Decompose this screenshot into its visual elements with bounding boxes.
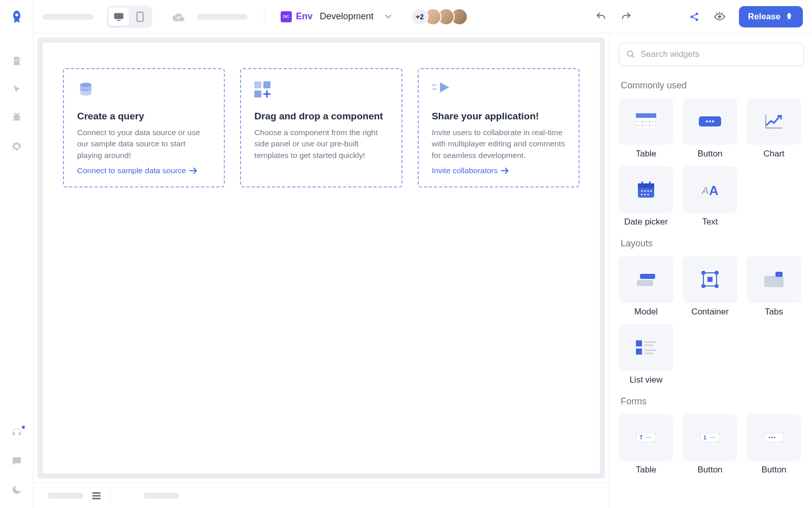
bug-icon[interactable] (10, 111, 24, 125)
widget-form-table[interactable]: T Table (619, 414, 673, 475)
moon-icon[interactable] (10, 483, 24, 497)
mobile-view-button[interactable] (130, 8, 150, 26)
left-rail (0, 0, 33, 508)
svg-rect-25 (638, 183, 654, 188)
svg-point-0 (15, 14, 18, 17)
release-button[interactable]: Release (739, 6, 803, 27)
onboarding-card-component: Drag and drop a component Choose a compo… (240, 68, 402, 187)
divider (110, 490, 110, 501)
svg-point-33 (644, 194, 646, 195)
svg-point-31 (650, 190, 652, 192)
group-heading: Forms (619, 396, 804, 407)
svg-rect-2 (117, 20, 120, 21)
widget-text[interactable]: AA Text (683, 166, 737, 227)
share-button[interactable] (685, 8, 703, 26)
svg-point-6 (695, 18, 698, 21)
svg-point-59 (769, 437, 770, 438)
env-value: Development (320, 11, 374, 22)
svg-rect-15 (92, 495, 100, 496)
connect-sample-link[interactable]: Connect to sample data source (77, 166, 211, 175)
cursor-icon[interactable] (10, 82, 24, 97)
share-icon (432, 81, 565, 102)
invite-collaborators-link[interactable]: Invite collaborators (432, 166, 565, 175)
svg-rect-37 (637, 280, 653, 286)
widget-chart[interactable]: Chart (747, 98, 801, 159)
widget-listview[interactable]: List view (619, 324, 673, 385)
svg-point-22 (709, 120, 711, 122)
svg-rect-19 (636, 113, 656, 118)
widget-form-button[interactable]: 1 Button (683, 414, 737, 475)
card-title: Drag and drop a component (254, 111, 388, 122)
placeholder (144, 493, 179, 499)
divider (264, 10, 264, 24)
collaborator-avatars[interactable]: +2 (411, 8, 468, 25)
svg-rect-50 (644, 350, 656, 351)
svg-rect-11 (254, 90, 261, 98)
app-logo[interactable] (8, 9, 25, 26)
widget-tabs[interactable]: Tabs (747, 256, 801, 317)
svg-point-21 (706, 120, 708, 122)
database-icon (77, 81, 211, 102)
svg-rect-27 (649, 181, 651, 185)
widget-table[interactable]: Table (619, 98, 673, 159)
svg-text:T: T (639, 434, 643, 440)
onboarding-card-share: Share your application! Invite users to … (418, 68, 580, 187)
desktop-view-button[interactable] (109, 8, 129, 26)
release-label: Release (748, 12, 781, 22)
search-widgets[interactable] (619, 43, 804, 66)
svg-rect-57 (709, 437, 716, 438)
search-icon (626, 50, 635, 59)
svg-rect-51 (644, 353, 653, 354)
svg-rect-10 (263, 81, 270, 88)
group-heading: Commonly used (619, 80, 804, 91)
widget-container[interactable]: Container (683, 256, 737, 317)
svg-rect-47 (636, 348, 642, 355)
svg-rect-9 (254, 81, 261, 88)
search-input[interactable] (640, 49, 796, 59)
svg-rect-49 (644, 344, 653, 346)
svg-rect-48 (644, 341, 656, 343)
svg-rect-45 (775, 272, 783, 277)
widget-form-button-2[interactable]: Button (747, 414, 801, 475)
svg-point-32 (641, 194, 642, 195)
svg-point-60 (771, 437, 773, 438)
environment-selector[interactable]: DC Env Development (281, 11, 392, 22)
gear-icon[interactable] (10, 139, 24, 153)
svg-rect-44 (764, 276, 784, 287)
svg-point-5 (690, 15, 693, 18)
support-icon[interactable] (10, 426, 24, 440)
svg-text:A: A (709, 183, 719, 197)
undo-button[interactable] (592, 8, 610, 26)
statusbar (33, 483, 609, 508)
svg-point-4 (695, 12, 698, 15)
svg-rect-14 (92, 492, 100, 494)
placeholder (48, 493, 83, 499)
svg-rect-46 (636, 340, 642, 346)
svg-rect-38 (640, 274, 655, 279)
list-icon[interactable] (92, 492, 100, 499)
preview-button[interactable] (710, 8, 729, 26)
notification-dot (21, 425, 26, 430)
device-toggle (107, 6, 152, 28)
chat-icon[interactable] (10, 454, 24, 468)
placeholder (43, 14, 93, 20)
svg-text:A: A (701, 185, 708, 196)
redo-button[interactable] (617, 8, 635, 26)
svg-point-30 (647, 190, 649, 192)
widget-datepicker[interactable]: Date picker (619, 166, 673, 227)
svg-rect-26 (641, 181, 643, 185)
group-heading: Layouts (619, 238, 804, 249)
env-icon: DC (281, 11, 292, 22)
canvas[interactable]: Create a query Connect to your data sour… (38, 38, 605, 479)
widget-model[interactable]: Model (619, 256, 673, 317)
card-desc: Invite users to collaborate in real-time… (432, 127, 565, 161)
svg-rect-1 (114, 13, 123, 19)
pages-icon[interactable] (10, 54, 24, 68)
placeholder (197, 14, 248, 20)
components-icon (254, 81, 388, 102)
svg-rect-12 (432, 84, 437, 86)
svg-text:1: 1 (703, 434, 706, 440)
widget-button[interactable]: Button (683, 98, 737, 159)
env-label: Env (296, 11, 313, 22)
svg-point-61 (774, 437, 775, 438)
